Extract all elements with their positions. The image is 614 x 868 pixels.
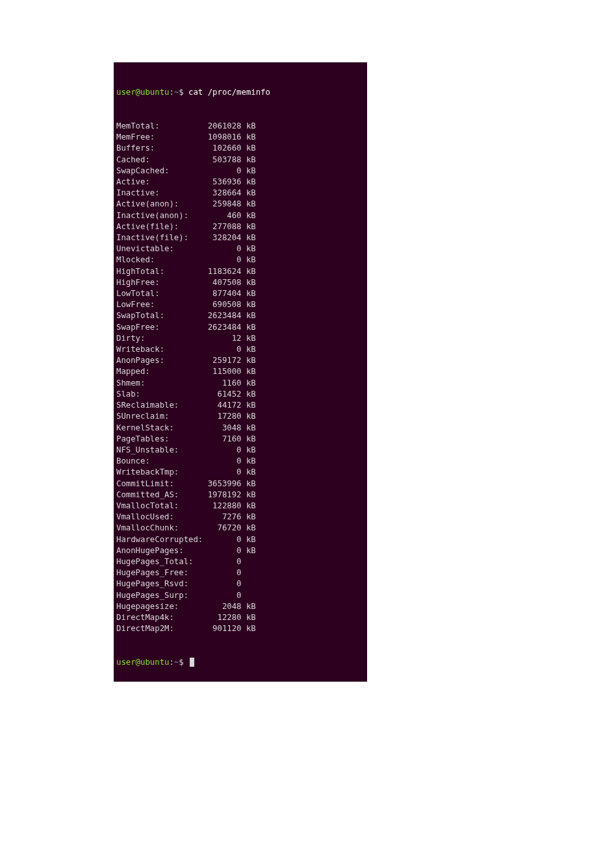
meminfo-row: HugePages_Rsvd: 0: [116, 578, 365, 589]
meminfo-unit: kB: [242, 612, 256, 623]
meminfo-value: 12280: [203, 612, 241, 623]
meminfo-row: HugePages_Total: 0: [116, 556, 365, 567]
meminfo-row: DirectMap2M: 901120 kB: [116, 623, 365, 634]
meminfo-value: 0: [203, 166, 241, 177]
meminfo-label: HighTotal:: [116, 266, 203, 277]
meminfo-unit: kB: [242, 199, 256, 210]
meminfo-row: Mapped: 115000 kB: [116, 366, 365, 377]
meminfo-unit: kB: [242, 210, 256, 221]
meminfo-row: VmallocChunk: 76720 kB: [116, 523, 365, 534]
meminfo-unit: kB: [242, 523, 256, 534]
meminfo-value: 460: [203, 210, 241, 221]
meminfo-value: 3048: [203, 423, 241, 434]
meminfo-label: Inactive(file):: [116, 232, 203, 243]
meminfo-value: 1160: [203, 378, 241, 389]
meminfo-unit: kB: [242, 155, 256, 166]
meminfo-unit: kB: [242, 534, 256, 545]
meminfo-row: Inactive: 328664 kB: [116, 188, 365, 199]
meminfo-value: 102660: [203, 143, 241, 154]
meminfo-unit: kB: [242, 288, 256, 299]
meminfo-unit: kB: [242, 243, 256, 254]
meminfo-label: Unevictable:: [116, 243, 203, 254]
meminfo-unit: kB: [242, 266, 256, 277]
meminfo-label: Buffers:: [116, 143, 203, 154]
meminfo-unit: kB: [242, 299, 256, 310]
meminfo-label: HugePages_Surp:: [116, 590, 203, 601]
meminfo-value: 2623484: [203, 322, 241, 333]
meminfo-unit: kB: [242, 478, 256, 490]
meminfo-row: SwapTotal: 2623484 kB: [116, 310, 365, 321]
meminfo-row: Inactive(file): 328204 kB: [116, 232, 365, 243]
meminfo-value: 2061028: [203, 121, 241, 132]
meminfo-row: Committed_AS: 1978192 kB: [116, 490, 365, 501]
meminfo-value: 1098016: [203, 132, 241, 143]
terminal-window[interactable]: user@ubuntu:~$ cat /proc/meminfo MemTota…: [114, 62, 367, 682]
meminfo-label: Bounce:: [116, 456, 203, 467]
meminfo-unit: kB: [242, 333, 256, 344]
command-text: cat /proc/meminfo: [188, 88, 270, 97]
meminfo-value: 0: [203, 243, 241, 254]
meminfo-row: AnonPages: 259172 kB: [116, 355, 365, 366]
meminfo-value: 2048: [203, 601, 241, 612]
meminfo-unit: kB: [242, 254, 256, 266]
meminfo-value: 61452: [203, 389, 241, 400]
meminfo-row: MemFree: 1098016 kB: [116, 132, 365, 143]
meminfo-label: SwapCached:: [116, 166, 203, 177]
meminfo-row: Mlocked: 0 kB: [116, 254, 365, 266]
meminfo-value: 17280: [203, 411, 241, 422]
meminfo-label: NFS_Unstable:: [116, 445, 203, 456]
meminfo-label: Inactive:: [116, 188, 203, 199]
meminfo-row: LowTotal: 877404 kB: [116, 288, 365, 299]
meminfo-value: 1183624: [203, 266, 241, 277]
meminfo-row: HardwareCorrupted: 0 kB: [116, 534, 365, 545]
meminfo-value: 7160: [203, 434, 241, 445]
meminfo-label: Committed_AS:: [116, 490, 203, 501]
meminfo-unit: kB: [242, 188, 256, 199]
meminfo-unit: kB: [242, 310, 256, 321]
meminfo-label: Shmem:: [116, 378, 203, 389]
meminfo-row: AnonHugePages: 0 kB: [116, 545, 365, 556]
meminfo-row: Active: 536936 kB: [116, 177, 365, 188]
meminfo-value: 259172: [203, 355, 241, 366]
meminfo-row: Active(anon): 259848 kB: [116, 199, 365, 210]
meminfo-label: Active:: [116, 177, 203, 188]
meminfo-label: Writeback:: [116, 344, 203, 355]
meminfo-label: HardwareCorrupted:: [116, 534, 203, 545]
meminfo-value: 122880: [203, 501, 241, 512]
meminfo-label: MemTotal:: [116, 121, 203, 132]
meminfo-value: 76720: [203, 523, 241, 534]
meminfo-label: PageTables:: [116, 434, 203, 445]
meminfo-value: 0: [203, 254, 241, 266]
meminfo-unit: kB: [242, 411, 256, 422]
meminfo-label: SReclaimable:: [116, 400, 203, 411]
prompt-user-host: user@ubuntu: [116, 658, 169, 667]
meminfo-label: DirectMap4k:: [116, 612, 203, 623]
meminfo-row: Buffers: 102660 kB: [116, 143, 365, 154]
meminfo-unit: kB: [242, 490, 256, 501]
meminfo-label: SUnreclaim:: [116, 411, 203, 422]
meminfo-label: Mlocked:: [116, 254, 203, 266]
prompt-line-2[interactable]: user@ubuntu:~$: [116, 657, 365, 668]
meminfo-value: 259848: [203, 199, 241, 210]
meminfo-row: Inactive(anon): 460 kB: [116, 210, 365, 221]
meminfo-unit: kB: [242, 434, 256, 445]
meminfo-row: HugePages_Free: 0: [116, 567, 365, 578]
meminfo-value: 1978192: [203, 490, 241, 501]
meminfo-row: Dirty: 12 kB: [116, 333, 365, 344]
meminfo-value: 0: [203, 467, 241, 478]
meminfo-row: CommitLimit: 3653996 kB: [116, 478, 365, 490]
meminfo-row: Active(file): 277088 kB: [116, 221, 365, 232]
meminfo-row: SReclaimable: 44172 kB: [116, 400, 365, 411]
meminfo-label: HugePages_Total:: [116, 556, 203, 567]
meminfo-label: Cached:: [116, 155, 203, 166]
meminfo-value: 44172: [203, 400, 241, 411]
meminfo-unit: kB: [242, 232, 256, 243]
meminfo-label: MemFree:: [116, 132, 203, 143]
meminfo-label: CommitLimit:: [116, 478, 203, 490]
meminfo-row: LowFree: 690508 kB: [116, 299, 365, 310]
meminfo-label: HugePages_Free:: [116, 567, 203, 578]
meminfo-unit: kB: [242, 355, 256, 366]
meminfo-unit: kB: [242, 177, 256, 188]
cursor-icon: [190, 658, 194, 667]
meminfo-unit: kB: [242, 545, 256, 556]
